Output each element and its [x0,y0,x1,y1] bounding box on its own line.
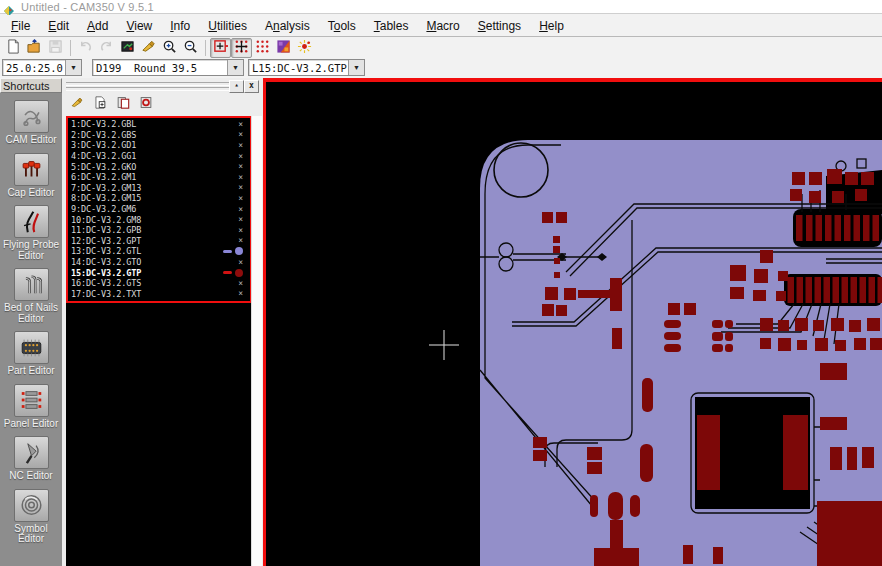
layer-visibility-marker[interactable]: × [238,258,243,267]
highlight-button[interactable] [294,38,315,58]
grid-snap-button[interactable] [231,38,252,58]
sidebar-item-bed-of-nails-editor[interactable]: Bed of Nails Editor [0,268,62,324]
flying-probe-editor-icon[interactable] [14,205,49,238]
layer-row[interactable]: 11:DC-V3.2.GPB× [68,225,250,236]
layer-visibility-marker[interactable]: × [238,194,243,203]
menu-settings[interactable]: Settings [469,17,530,35]
layer-row[interactable]: 7:DC-V3.2.GM13× [68,183,250,194]
layer-row[interactable]: 5:DC-V3.2.GKO× [68,161,250,172]
panel-scrollbar[interactable] [251,116,262,566]
layer-visibility-marker[interactable]: × [238,279,243,288]
save-button[interactable] [45,38,66,58]
menu-file[interactable]: File [2,17,39,35]
cam-editor-icon[interactable] [14,100,49,133]
layer-row[interactable]: 15:DC-V3.2.GTP [68,267,250,278]
chevron-down-icon[interactable]: ▼ [227,60,243,75]
sidebar-item-cam-editor[interactable]: CAM Editor [0,100,62,146]
layer-name[interactable]: 3:DC-V3.2.GD1 [71,140,136,150]
sidebar-item-part-editor[interactable]: Part Editor [0,331,62,377]
layer-visibility-marker[interactable]: × [238,183,243,192]
layer-visibility-marker[interactable]: × [238,289,243,298]
layers-panel-titlebar[interactable]: ▴ x [62,79,263,92]
layer-row[interactable]: 16:DC-V3.2.GTS× [68,278,250,289]
panel-close-button[interactable]: x [244,80,259,93]
part-editor-icon[interactable] [14,331,49,364]
layer-ring-button[interactable] [137,96,154,111]
brush-button[interactable] [68,96,85,111]
zoom-in-button[interactable] [159,38,180,58]
layer-visibility-marker[interactable]: × [238,130,243,139]
layer-name[interactable]: 5:DC-V3.2.GKO [71,162,136,172]
menu-help[interactable]: Help [530,17,573,35]
layer-name[interactable]: 12:DC-V3.2.GPT [71,236,141,246]
layer-name[interactable]: 16:DC-V3.2.GTS [71,278,141,288]
layer-visibility-marker[interactable]: × [238,226,243,235]
layer-name[interactable]: 7:DC-V3.2.GM13 [71,183,141,193]
new-button[interactable] [3,38,24,58]
chevron-down-icon[interactable]: ▼ [65,60,81,75]
menu-add[interactable]: Add [78,17,117,35]
grid-dots-button[interactable] [252,38,273,58]
layer-name[interactable]: 2:DC-V3.2.GBS [71,130,136,140]
pcb-canvas[interactable] [263,78,882,566]
layer-visibility-marker[interactable]: × [238,205,243,214]
panel-editor-icon[interactable] [14,384,49,417]
menu-tools[interactable]: Tools [319,17,365,35]
layer-visibility-marker[interactable]: × [238,120,243,129]
menu-edit[interactable]: Edit [39,17,78,35]
sidebar-item-flying-probe-editor[interactable]: Flying Probe Editor [0,205,62,261]
layer-row[interactable]: 17:DC-V3.2.TXT× [68,289,250,300]
nc-editor-icon[interactable] [14,436,49,469]
zoom-out-button[interactable] [180,38,201,58]
layer-name[interactable]: 14:DC-V3.2.GTO [71,257,141,267]
sidebar-item-symbol-editor[interactable]: Symbol Editor [0,489,62,545]
layer-visibility-marker[interactable] [223,269,243,277]
menu-analysis[interactable]: Analysis [256,17,319,35]
undo-button[interactable] [75,38,96,58]
menu-info[interactable]: Info [161,17,199,35]
layer-colors-button[interactable] [273,38,294,58]
sidebar-item-panel-editor[interactable]: Panel Editor [0,384,62,430]
layer-row[interactable]: 1:DC-V3.2.GBL× [68,119,250,130]
shortcuts-header[interactable]: Shortcuts [0,78,62,93]
zoom-window-button[interactable] [210,38,231,58]
layer-name[interactable]: 9:DC-V3.2.GM6 [71,204,136,214]
layer-name[interactable]: 4:DC-V3.2.GG1 [71,151,136,161]
cap-editor-icon[interactable] [14,153,49,186]
layer-name[interactable]: 10:DC-V3.2.GM8 [71,215,141,225]
layer-row[interactable]: 3:DC-V3.2.GD1× [68,140,250,151]
layer-row[interactable]: 14:DC-V3.2.GTO× [68,257,250,268]
layer-visibility-marker[interactable]: × [238,236,243,245]
layer-name[interactable]: 6:DC-V3.2.GM1 [71,172,136,182]
menu-tables[interactable]: Tables [365,17,418,35]
sidebar-item-nc-editor[interactable]: NC Editor [0,436,62,482]
symbol-editor-icon[interactable] [14,489,49,522]
layer-row[interactable]: 12:DC-V3.2.GPT× [68,236,250,247]
sidebar-item-cap-editor[interactable]: Cap Editor [0,153,62,199]
layer-visibility-marker[interactable] [223,247,243,255]
layer-name[interactable]: 13:DC-V3.2.GTL [71,246,141,256]
active-layer-combobox[interactable]: L15:DC-V3.2.GTP ▼ [248,59,365,76]
layer-name[interactable]: 8:DC-V3.2.GM15 [71,193,141,203]
menu-macro[interactable]: Macro [417,17,468,35]
layer-name[interactable]: 17:DC-V3.2.TXT [71,289,141,299]
layer-visibility-marker[interactable]: × [238,141,243,150]
layer-name[interactable]: 15:DC-V3.2.GTP [71,268,141,278]
bed-of-nails-editor-icon[interactable] [14,268,49,301]
layer-name[interactable]: 11:DC-V3.2.GPB [71,225,141,235]
drag-grip[interactable] [66,82,229,86]
erase-button[interactable] [138,38,159,58]
grid-spacing-combobox[interactable]: 25.0:25.0 ▼ [2,59,82,76]
panel-minimize-button[interactable]: ▴ [229,80,244,93]
copy-layer-button[interactable] [114,96,131,111]
layer-row[interactable]: 10:DC-V3.2.GM8× [68,214,250,225]
chevron-down-icon[interactable]: ▼ [348,60,364,75]
layer-row[interactable]: 6:DC-V3.2.GM1× [68,172,250,183]
layer-visibility-marker[interactable]: × [238,215,243,224]
layer-row[interactable]: 8:DC-V3.2.GM15× [68,193,250,204]
layer-visibility-marker[interactable]: × [238,162,243,171]
layer-visibility-marker[interactable]: × [238,173,243,182]
layer-row[interactable]: 13:DC-V3.2.GTL [68,246,250,257]
open-button[interactable] [24,38,45,58]
redraw-button[interactable] [117,38,138,58]
